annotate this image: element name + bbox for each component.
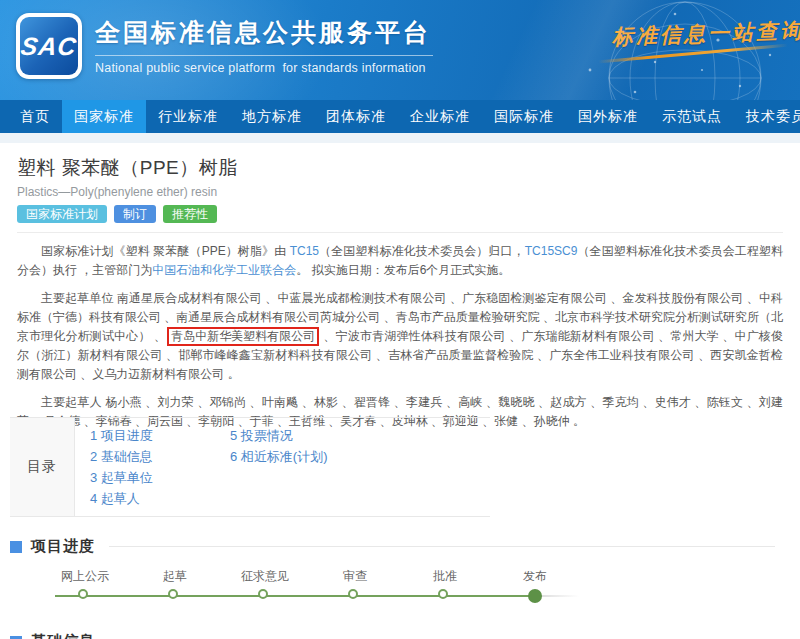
toc-label: 目录 — [10, 418, 75, 516]
tag-row: 国家标准计划 制订 推荐性 — [17, 205, 783, 223]
article-body: 国家标准计划《塑料 聚苯醚（PPE）树脂》由 TC15（全国塑料标准化技术委员会… — [0, 233, 800, 431]
site-subtitle: National public service platform for sta… — [95, 61, 433, 75]
link-competent-department[interactable]: 中国石油和化学工业联合会 — [152, 263, 296, 277]
step-label-drafting: 起草 — [125, 568, 225, 585]
page-title: 塑料 聚苯醚（PPE）树脂 — [17, 155, 783, 181]
nav-item-local-standards[interactable]: 地方标准 — [230, 100, 314, 133]
step-label-publication: 发布 — [485, 568, 585, 585]
sac-logo[interactable]: SAC — [16, 13, 82, 79]
paragraph-drafting-units: 主要起草单位 南通星辰合成材料有限公司 、中蓝晨光成都检测技术有限公司 、广东稳… — [17, 289, 783, 384]
tag-recommended: 推荐性 — [163, 205, 217, 223]
main-content: 塑料 聚苯醚（PPE）树脂 Plastics—Poly(phenylene et… — [0, 143, 800, 639]
toc-item-project-progress[interactable]: 1 项目进度 — [90, 425, 230, 446]
step-label-comments: 征求意见 — [215, 568, 315, 585]
step-dot-public-notice — [78, 589, 88, 599]
nav-item-international-standards[interactable]: 国际标准 — [482, 100, 566, 133]
nav-item-group-standards[interactable]: 团体标准 — [314, 100, 398, 133]
tag-national-standard-plan: 国家标准计划 — [17, 205, 107, 223]
nav-item-home[interactable]: 首页 — [8, 100, 62, 133]
nav-item-industry-standards[interactable]: 行业标准 — [146, 100, 230, 133]
step-dot-comments — [258, 589, 268, 599]
link-tc15[interactable]: TC15 — [290, 244, 319, 258]
step-dot-review — [348, 589, 358, 599]
step-label-approval: 批准 — [395, 568, 495, 585]
progress-section-title: 项目进度 — [31, 537, 95, 556]
progress-timeline: 网上公示 起草 征求意见 审查 批准 发布 — [0, 555, 800, 627]
toc-item-similar-standards[interactable]: 6 相近标准(计划) — [230, 446, 370, 467]
toc-column-2: 5 投票情况 6 相近标准(计划) — [230, 425, 370, 509]
progress-section-header: 项目进度 — [10, 537, 775, 556]
paragraph-overview: 国家标准计划《塑料 聚苯醚（PPE）树脂》由 TC15（全国塑料标准化技术委员会… — [17, 242, 783, 280]
toc-column-1: 1 项目进度 2 基础信息 3 起草单位 4 起草人 — [90, 425, 230, 509]
toc-item-voting[interactable]: 5 投票情况 — [230, 425, 370, 446]
site-title: 全国标准信息公共服务平台 — [95, 16, 433, 49]
sac-logo-text: SAC — [19, 32, 79, 61]
nav-sub-strip — [0, 133, 800, 143]
nav-item-national-standards[interactable]: 国家标准 — [62, 100, 146, 133]
page-title-en: Plastics—Poly(phenylene ether) resin — [17, 185, 783, 199]
overview-text: （全国塑料标准化技术委员会）归口， — [319, 244, 525, 258]
toc-item-drafting-units[interactable]: 3 起草单位 — [90, 467, 230, 488]
section-rule — [109, 546, 775, 547]
site-header: SAC 全国标准信息公共服务平台 National public service… — [0, 0, 800, 100]
nav-item-pilot-projects[interactable]: 示范试点 — [650, 100, 734, 133]
step-label-review: 审查 — [305, 568, 405, 585]
basic-info-section-header: 基础信息 — [10, 632, 95, 639]
step-dot-publication — [528, 589, 542, 603]
timeline-line — [55, 595, 535, 597]
step-dot-drafting — [168, 589, 178, 599]
toc-item-drafters[interactable]: 4 起草人 — [90, 488, 230, 509]
highlighted-company: 青岛中新华美塑料有限公司 — [167, 327, 319, 346]
nav-item-foreign-standards[interactable]: 国外标准 — [566, 100, 650, 133]
step-label-public-notice: 网上公示 — [35, 568, 135, 585]
toc-item-basic-info[interactable]: 2 基础信息 — [90, 446, 230, 467]
sac-logo-badge: SAC — [20, 17, 78, 75]
step-dot-approval — [438, 589, 448, 599]
toc-box: 目录 1 项目进度 2 基础信息 3 起草单位 4 起草人 5 投票情况 6 相… — [10, 417, 490, 517]
tag-formulate: 制订 — [114, 205, 156, 223]
nav-item-technical-committees[interactable]: 技术委员会 — [734, 100, 800, 133]
slogan-brush-underline — [598, 44, 788, 64]
title-divider — [95, 55, 433, 56]
main-nav: 首页 国家标准 行业标准 地方标准 团体标准 企业标准 国际标准 国外标准 示范… — [0, 100, 800, 133]
globe-icon — [470, 0, 800, 100]
nav-item-enterprise-standards[interactable]: 企业标准 — [398, 100, 482, 133]
section-marker-icon — [10, 636, 22, 639]
overview-text: 。 拟实施日期：发布后6个月正式实施。 — [296, 263, 510, 277]
section-marker-icon — [10, 541, 22, 553]
basic-info-section-title: 基础信息 — [31, 632, 95, 639]
overview-text: 国家标准计划《塑料 聚苯醚（PPE）树脂》由 — [41, 244, 290, 258]
link-tc15sc9[interactable]: TC15SC9 — [525, 244, 578, 258]
